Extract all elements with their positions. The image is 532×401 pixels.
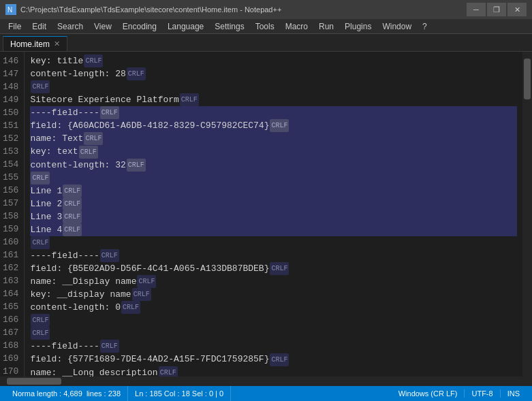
vertical-scrollbar[interactable]	[522, 52, 532, 386]
status-encoding: UTF-8	[465, 389, 500, 398]
app-icon: N	[5, 4, 16, 15]
editor-container: 1461471481491501511521531541551561571581…	[0, 52, 532, 386]
code-line-156: Line 1CRLF	[30, 185, 517, 197]
crlf-marker: CRLF	[180, 93, 199, 106]
code-line-166: CRLF	[30, 314, 517, 327]
code-line-149: Sitecore Experience PlatformCRLF	[30, 93, 517, 106]
menu-item-window[interactable]: Window	[377, 20, 417, 33]
status-lines: lines : 238	[87, 389, 121, 398]
status-right: Windows (CR LF) UTF-8 INS	[392, 389, 527, 398]
crlf-marker: CRLF	[63, 210, 82, 223]
crlf-marker: CRLF	[270, 119, 289, 132]
crlf-marker: CRLF	[100, 249, 119, 262]
crlf-marker: CRLF	[31, 314, 50, 327]
tab-close-icon[interactable]: ✕	[54, 39, 60, 48]
status-line-ending: Windows (CR LF)	[392, 389, 465, 398]
code-line-161: ----field----CRLF	[30, 249, 517, 262]
menu-item-language[interactable]: Language	[162, 20, 209, 33]
status-line-ending-text: Windows (CR LF)	[398, 389, 458, 398]
code-line-169: field: {577F1689-7DE4-4AD2-A15F-7FDC1759…	[30, 353, 517, 366]
crlf-marker: CRLF	[63, 185, 82, 197]
status-position-text: Ln : 185 Col : 18 Sel : 0 | 0	[135, 389, 223, 398]
menu-item-run[interactable]: Run	[313, 20, 339, 33]
menu-item-?[interactable]: ?	[417, 20, 433, 33]
code-area[interactable]: 1461471481491501511521531541551561571581…	[0, 52, 522, 376]
status-bar: Norma length : 4,689 lines : 238 Ln : 18…	[0, 386, 532, 401]
code-line-146: key: titleCRLF	[30, 54, 517, 67]
scrollbar-thumb-v[interactable]	[524, 59, 531, 99]
code-line-151: field: {A60ACD61-A6DB-4182-8329-C957982C…	[30, 119, 517, 132]
code-line-164: key: __display nameCRLF	[30, 288, 517, 301]
window-title: C:\Projects\TdsExample\TdsExample\siteco…	[20, 5, 467, 14]
code-line-155: CRLF	[30, 172, 517, 185]
crlf-marker: CRLF	[31, 327, 50, 340]
code-line-152: name: TextCRLF	[30, 132, 517, 145]
code-line-163: name: __Display nameCRLF	[30, 275, 517, 288]
menu-item-settings[interactable]: Settings	[209, 20, 249, 33]
scrollbar-thumb-h[interactable]	[7, 378, 61, 385]
menu-item-search[interactable]: Search	[52, 20, 89, 33]
tab-label: Home.item	[10, 39, 50, 49]
code-line-150: ----field----CRLF	[30, 106, 517, 119]
status-insert-text: INS	[507, 389, 520, 398]
scrollbar-track-h	[0, 376, 522, 386]
code-line-162: field: {B5E02AD9-D56F-4C41-A065-A133DB87…	[30, 262, 517, 275]
code-line-154: content-length: 32CRLF	[30, 159, 517, 172]
minimize-button[interactable]: ─	[467, 3, 486, 16]
tab-bar: Home.item ✕	[0, 34, 532, 52]
line-numbers: 1461471481491501511521531541551561571581…	[0, 52, 25, 376]
crlf-marker: CRLF	[121, 301, 140, 314]
menu-item-edit[interactable]: Edit	[27, 20, 52, 33]
status-insert-mode: INS	[501, 389, 527, 398]
menu-bar: FileEditSearchViewEncodingLanguageSettin…	[0, 19, 532, 34]
crlf-marker: CRLF	[127, 67, 146, 80]
code-lines[interactable]: key: titleCRLF content-length: 28CRLF CR…	[25, 52, 522, 376]
window-controls: ─ ❐ ✕	[467, 3, 527, 16]
status-length: length : 4,689	[37, 389, 82, 398]
code-line-165: content-length: 0CRLF	[30, 301, 517, 314]
title-bar: N C:\Projects\TdsExample\TdsExample\site…	[0, 0, 532, 19]
restore-button[interactable]: ❐	[487, 3, 506, 16]
code-line-168: ----field----CRLF	[30, 340, 517, 353]
crlf-marker: CRLF	[270, 262, 289, 275]
menu-item-plugins[interactable]: Plugins	[339, 20, 377, 33]
code-line-153: key: textCRLF	[30, 145, 517, 158]
crlf-marker: CRLF	[63, 223, 82, 236]
status-normal-text: Norma	[12, 389, 35, 398]
menu-item-tools[interactable]: Tools	[250, 20, 280, 33]
status-encoding-text: UTF-8	[471, 389, 492, 398]
menu-item-view[interactable]: View	[89, 20, 117, 33]
crlf-marker: CRLF	[100, 340, 119, 353]
crlf-marker: CRLF	[84, 132, 103, 145]
tab-home-item[interactable]: Home.item ✕	[3, 36, 67, 51]
crlf-marker: CRLF	[79, 146, 98, 159]
crlf-marker: CRLF	[84, 54, 103, 67]
menu-item-encoding[interactable]: Encoding	[117, 20, 162, 33]
crlf-marker: CRLF	[159, 366, 178, 376]
code-line-158: Line 3CRLF	[30, 210, 517, 223]
crlf-marker: CRLF	[31, 80, 50, 93]
horizontal-scrollbar[interactable]	[0, 376, 522, 386]
editor-scroll: 1461471481491501511521531541551561571581…	[0, 52, 522, 386]
crlf-marker: CRLF	[31, 236, 50, 249]
crlf-marker: CRLF	[137, 275, 156, 288]
code-line-170: name: __Long descriptionCRLF	[30, 366, 517, 377]
crlf-marker: CRLF	[63, 197, 82, 210]
crlf-marker: CRLF	[270, 353, 289, 366]
crlf-marker: CRLF	[127, 159, 146, 172]
status-position: Ln : 185 Col : 18 Sel : 0 | 0	[128, 386, 231, 401]
code-line-160: CRLF	[30, 236, 517, 249]
crlf-marker: CRLF	[31, 172, 50, 185]
code-line-159: Line 4CRLF	[30, 223, 517, 236]
menu-item-file[interactable]: File	[3, 20, 27, 33]
code-line-147: content-length: 28CRLF	[30, 67, 517, 80]
status-normal: Norma length : 4,689 lines : 238	[5, 386, 128, 401]
code-line-157: Line 2CRLF	[30, 197, 517, 210]
code-line-148: CRLF	[30, 80, 517, 93]
crlf-marker: CRLF	[132, 288, 151, 301]
code-line-167: CRLF	[30, 327, 517, 340]
close-button[interactable]: ✕	[507, 3, 527, 16]
crlf-marker: CRLF	[100, 106, 119, 119]
menu-item-macro[interactable]: Macro	[280, 20, 313, 33]
svg-text:N: N	[7, 6, 12, 14]
